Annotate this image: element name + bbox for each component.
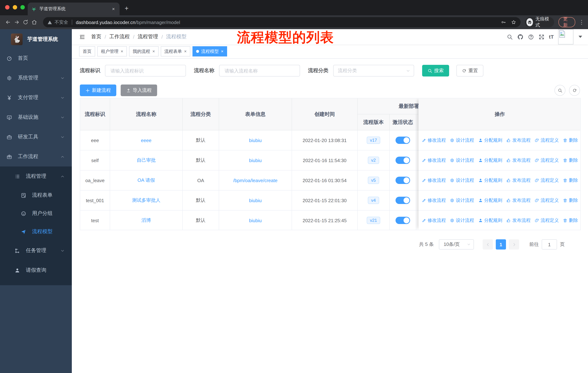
action-流程定义[interactable]: 流程定义 — [535, 177, 559, 183]
cell-form-info-link[interactable]: biubiu — [249, 158, 262, 163]
page-number-current[interactable]: 1 — [496, 239, 506, 250]
sidebar-item-支付管理[interactable]: 支付管理 — [0, 88, 72, 107]
cell-form-info-link[interactable]: biubiu — [249, 198, 262, 203]
breadcrumb-工作流程[interactable]: 工作流程 — [109, 33, 130, 40]
home-icon[interactable] — [30, 19, 39, 25]
sidebar-item-任务管理[interactable]: 任务管理 — [0, 241, 72, 261]
action-发布流程[interactable]: 发布流程 — [506, 217, 531, 223]
process-id-input-field[interactable] — [110, 68, 181, 74]
close-icon[interactable]: × — [121, 49, 123, 54]
active-status-toggle[interactable] — [396, 157, 410, 164]
page-size-select[interactable]: 10条/页 — [439, 239, 474, 250]
key-icon[interactable] — [501, 20, 506, 25]
cell-process-name-link[interactable]: eeee — [141, 138, 151, 143]
action-修改流程[interactable]: 修改流程 — [422, 137, 446, 143]
action-发布流程[interactable]: 发布流程 — [506, 197, 531, 203]
maximize-window-button[interactable] — [21, 5, 25, 10]
sidebar-item-流程表单[interactable]: 流程表单 — [0, 186, 72, 204]
action-设计流程[interactable]: 设计流程 — [450, 177, 474, 183]
refresh-table-button[interactable] — [569, 85, 580, 96]
action-流程定义[interactable]: 流程定义 — [535, 137, 559, 143]
sidebar-item-首页[interactable]: 首页 — [0, 49, 72, 68]
sidebar-item-研发工具[interactable]: 研发工具 — [0, 127, 72, 147]
url-text[interactable]: dashboard.yudao.iocoder.cn/bpm/manager/m… — [76, 20, 180, 25]
view-tab-流程模型[interactable]: 流程模型× — [192, 46, 227, 56]
back-icon[interactable] — [4, 19, 12, 25]
avatar[interactable] — [558, 29, 573, 44]
github-icon[interactable] — [517, 34, 524, 40]
action-发布流程[interactable]: 发布流程 — [506, 157, 531, 163]
action-流程定义[interactable]: 流程定义 — [535, 217, 559, 223]
forward-icon[interactable] — [12, 19, 21, 25]
new-tab-button[interactable]: + — [125, 5, 128, 12]
action-设计流程[interactable]: 设计流程 — [450, 217, 474, 223]
sidebar-logo[interactable]: 🐇 芋道管理系统 — [0, 29, 72, 47]
fullscreen-icon[interactable] — [538, 34, 545, 40]
action-删除[interactable]: 删除 — [563, 217, 578, 223]
action-删除[interactable]: 删除 — [563, 197, 578, 203]
window-controls[interactable] — [5, 5, 25, 10]
cell-form-info-link[interactable]: biubiu — [249, 138, 262, 143]
cell-process-name-link[interactable]: 滔博 — [141, 217, 151, 224]
help-icon[interactable] — [528, 34, 534, 40]
cell-form-info-link[interactable]: /bpm/oa/leave/create — [233, 178, 278, 183]
cell-process-name-link[interactable]: 测试多审批人 — [132, 197, 160, 204]
view-tab-流程表单[interactable]: 流程表单× — [161, 46, 190, 56]
action-发布流程[interactable]: 发布流程 — [506, 177, 531, 183]
import-process-button[interactable]: 导入流程 — [121, 84, 157, 96]
action-修改流程[interactable]: 修改流程 — [422, 217, 446, 223]
font-size-icon[interactable]: tT — [549, 34, 554, 40]
cell-process-name-link[interactable]: 自己审批 — [137, 157, 156, 163]
action-设计流程[interactable]: 设计流程 — [450, 157, 474, 163]
action-分配规则[interactable]: 分配规则 — [478, 217, 502, 223]
process-id-input[interactable] — [105, 65, 186, 77]
process-name-input-field[interactable] — [224, 68, 295, 74]
view-tab-首页[interactable]: 首页 — [79, 46, 95, 56]
search-icon[interactable] — [507, 34, 513, 40]
action-修改流程[interactable]: 修改流程 — [422, 197, 446, 203]
sidebar-item-基础设施[interactable]: 基础设施 — [0, 107, 72, 127]
action-分配规则[interactable]: 分配规则 — [478, 197, 502, 203]
search-button[interactable]: 搜索 — [422, 65, 449, 77]
close-window-button[interactable] — [5, 5, 10, 10]
minimize-window-button[interactable] — [13, 5, 17, 10]
close-icon[interactable]: × — [221, 49, 223, 54]
close-tab-icon[interactable]: × — [111, 6, 116, 12]
category-select[interactable]: 流程分类 — [333, 65, 414, 77]
close-icon[interactable]: × — [184, 49, 187, 54]
cell-process-name-link[interactable]: OA 请假 — [137, 177, 155, 184]
action-删除[interactable]: 删除 — [563, 177, 578, 183]
sidebar-item-流程管理[interactable]: 流程管理 — [0, 166, 72, 186]
sidebar-item-工作流程[interactable]: 工作流程 — [0, 147, 72, 166]
view-tab-租户管理[interactable]: 租户管理× — [97, 46, 127, 56]
cell-form-info-link[interactable]: biubiu — [249, 218, 262, 223]
sidebar-item-请假查询[interactable]: 请假查询 — [0, 261, 72, 280]
collapse-sidebar-icon[interactable] — [79, 34, 85, 40]
action-修改流程[interactable]: 修改流程 — [422, 157, 446, 163]
action-发布流程[interactable]: 发布流程 — [506, 137, 531, 143]
browser-menu-icon[interactable]: ⋮ — [579, 19, 584, 26]
reload-icon[interactable] — [21, 19, 30, 25]
action-分配规则[interactable]: 分配规则 — [478, 157, 502, 163]
breadcrumb-首页[interactable]: 首页 — [91, 33, 101, 40]
sidebar-item-流程模型[interactable]: 流程模型 — [0, 222, 72, 241]
chevron-down-icon[interactable] — [578, 36, 582, 38]
action-流程定义[interactable]: 流程定义 — [535, 197, 559, 203]
view-tab-我的流程[interactable]: 我的流程× — [129, 46, 158, 56]
toggle-search-button[interactable] — [555, 85, 565, 96]
prev-page-button[interactable] — [483, 239, 493, 250]
action-分配规则[interactable]: 分配规则 — [478, 177, 502, 183]
create-process-button[interactable]: 新建流程 — [80, 84, 116, 96]
process-name-input[interactable] — [219, 65, 300, 77]
action-修改流程[interactable]: 修改流程 — [422, 177, 446, 183]
sidebar-item-用户分组[interactable]: 用户分组 — [0, 204, 72, 222]
url-bar[interactable]: 不安全 dashboard.yudao.iocoder.cn/bpm/manag… — [43, 17, 521, 27]
active-status-toggle[interactable] — [396, 217, 410, 224]
active-status-toggle[interactable] — [396, 177, 410, 184]
browser-tab[interactable]: 芋道管理系统 × — [28, 2, 120, 15]
action-流程定义[interactable]: 流程定义 — [535, 157, 559, 163]
bookmark-star-icon[interactable] — [511, 20, 516, 25]
action-删除[interactable]: 删除 — [563, 137, 578, 143]
active-status-toggle[interactable] — [396, 137, 410, 144]
reset-button[interactable]: 重置 — [456, 65, 483, 77]
